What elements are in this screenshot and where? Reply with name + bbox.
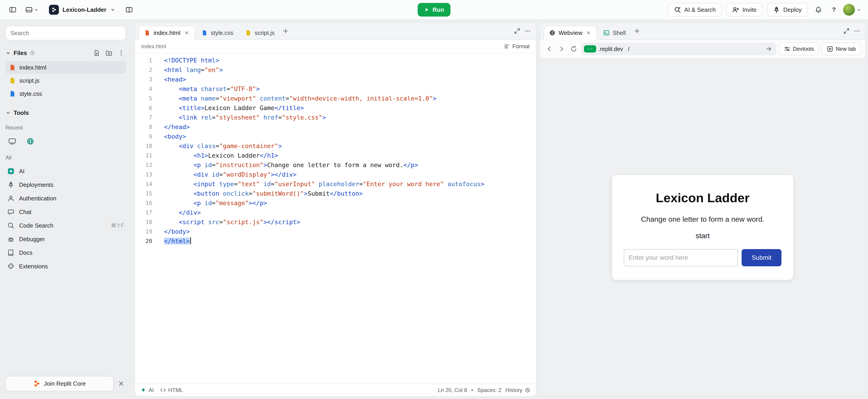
file-item-index-html[interactable]: index.html: [5, 61, 126, 74]
code-editor[interactable]: 1234567891011121314151617181920 <!DOCTYP…: [135, 54, 536, 383]
open-url-button[interactable]: [764, 44, 774, 54]
layout-columns-button[interactable]: [123, 3, 135, 16]
language-mode[interactable]: HTML: [160, 387, 183, 393]
bell-icon: [815, 6, 822, 13]
open-new-tab-button[interactable]: [632, 26, 642, 36]
close-tab-button[interactable]: [184, 30, 190, 36]
ai-status[interactable]: AI: [141, 387, 154, 393]
invite-button[interactable]: Invite: [726, 3, 763, 17]
tool-list: AIDeploymentsAuthenticationChatCode Sear…: [5, 164, 126, 273]
status-separator: •: [471, 387, 473, 393]
sidebar-item-code-search[interactable]: Code Search⌘⇧F: [5, 219, 126, 232]
file-css-icon: [202, 30, 208, 36]
ai-search-button[interactable]: AI & Search: [668, 3, 722, 17]
files-header-label: Files: [13, 50, 27, 57]
code-line: </div>: [164, 208, 536, 217]
sidebar-toggle-button[interactable]: [6, 3, 19, 16]
run-button[interactable]: Run: [418, 3, 451, 17]
url-host: .replit.dev: [598, 46, 623, 52]
invite-icon: [732, 6, 739, 13]
devtools-button[interactable]: Devtools: [779, 42, 819, 55]
reload-button[interactable]: [569, 44, 579, 54]
search-input[interactable]: [5, 26, 126, 40]
sidebar-item-docs[interactable]: Docs: [5, 246, 126, 259]
help-button[interactable]: ?: [829, 3, 839, 16]
webview-tabs: WebviewShell: [544, 23, 631, 39]
sidebar-item-ai[interactable]: AI: [5, 164, 126, 178]
tool-label: Code Search: [19, 222, 54, 229]
files-menu-button[interactable]: [117, 48, 126, 58]
cursor-position[interactable]: Ln 20, Col 8: [438, 387, 467, 393]
chevron-down-icon: [5, 50, 11, 56]
close-tab-button[interactable]: [586, 30, 591, 36]
submit-button[interactable]: Submit: [742, 249, 781, 266]
sidebar-item-authentication[interactable]: Authentication: [5, 191, 126, 205]
file-name: script.js: [20, 77, 39, 84]
tab-label: Webview: [559, 29, 582, 36]
run-label: Run: [433, 6, 444, 13]
notifications-button[interactable]: [812, 3, 825, 16]
game-instruction: Change one letter to form a new word.: [624, 215, 781, 223]
line-number: 3: [135, 75, 152, 84]
sidebar-item-chat[interactable]: Chat: [5, 205, 126, 219]
tab-shell[interactable]: Shell: [598, 26, 631, 40]
sidebar-item-extensions[interactable]: Extensions: [5, 259, 126, 273]
dismiss-join-core-button[interactable]: [117, 379, 126, 388]
open-new-tab-button[interactable]: [281, 26, 290, 36]
tool-label: Chat: [19, 209, 31, 216]
line-number: 8: [135, 122, 152, 132]
tool-label: Debugger: [19, 236, 45, 243]
word-input[interactable]: [624, 249, 738, 266]
workspace-body: Files index.htmlscript.jsstyle.css Tools…: [0, 20, 868, 399]
tools-section-header[interactable]: Tools: [5, 108, 126, 118]
account-menu[interactable]: [843, 4, 862, 16]
top-bar: Lexicon-Ladder Run AI & Search Invite De…: [0, 0, 868, 20]
url-bar[interactable]: ··· .replit.dev /: [581, 42, 776, 55]
join-replit-core-button[interactable]: Join Replit Core: [5, 376, 114, 391]
sidebar-item-deployments[interactable]: Deployments: [5, 178, 126, 191]
ellipsis-icon: [854, 28, 860, 34]
files-section-header[interactable]: Files: [5, 48, 126, 58]
close-icon: [586, 30, 591, 35]
line-number: 1: [135, 56, 152, 65]
line-number: 6: [135, 103, 152, 113]
code-line: <button onclick="submitWord()">Submit</b…: [164, 189, 536, 198]
new-folder-button[interactable]: [104, 48, 114, 58]
line-number: 10: [135, 141, 152, 151]
code-line: <div id="wordDisplay"></div>: [164, 170, 536, 179]
forward-button[interactable]: [557, 44, 566, 54]
recent-tool-globe-icon[interactable]: [24, 134, 37, 148]
pane-menu-button[interactable]: [852, 26, 862, 36]
file-item-script-js[interactable]: script.js: [5, 74, 126, 87]
new-file-button[interactable]: [92, 48, 101, 58]
editor-tab-bar: index.htmlstyle.cssscript.js: [135, 23, 536, 40]
back-button[interactable]: [545, 44, 554, 54]
recent-tool-webview-icon[interactable]: [5, 134, 19, 148]
code-line: <script src="script.js"></script>: [164, 217, 536, 227]
sidebar-toggle-icon: [9, 6, 16, 13]
tab-script-js[interactable]: script.js: [240, 26, 280, 40]
pane-menu-button[interactable]: [523, 26, 532, 36]
format-button[interactable]: Format: [504, 43, 530, 50]
workspace-name: Lexicon-Ladder: [63, 6, 106, 13]
new-tab-button[interactable]: New tab: [822, 42, 861, 55]
tab-index-html[interactable]: index.html: [138, 26, 195, 40]
editor-pane: index.htmlstyle.cssscript.js index.html …: [134, 22, 536, 397]
expand-pane-button[interactable]: [842, 26, 851, 36]
line-number: 5: [135, 94, 152, 103]
expand-pane-button[interactable]: [513, 26, 522, 36]
ai-search-icon: [674, 6, 681, 13]
recent-label: Recent: [5, 125, 126, 131]
webview-content: Lexicon Ladder Change one letter to form…: [540, 58, 865, 396]
spaces-indicator[interactable]: Spaces: 2: [477, 387, 501, 393]
deploy-button[interactable]: Deploy: [767, 3, 808, 17]
sidebar-item-debugger[interactable]: Debugger: [5, 232, 126, 246]
tab-webview[interactable]: Webview: [544, 26, 597, 40]
tool-label: Deployments: [19, 181, 54, 188]
dock-layout-button[interactable]: [23, 3, 42, 16]
history-button[interactable]: History: [505, 387, 530, 393]
file-item-style-css[interactable]: style.css: [5, 87, 126, 100]
workspace-switcher[interactable]: Lexicon-Ladder: [45, 3, 119, 17]
file-html-icon: [144, 30, 150, 36]
tab-style-css[interactable]: style.css: [196, 26, 239, 40]
